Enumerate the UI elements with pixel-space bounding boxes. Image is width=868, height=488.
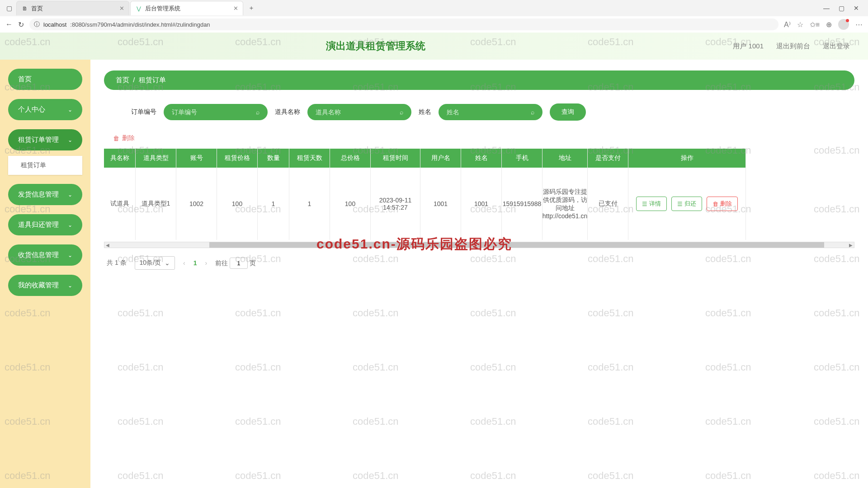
sidebar-subitem-rental-order[interactable]: 租赁订单 (8, 156, 82, 175)
logout-link[interactable]: 退出登录 (823, 42, 850, 51)
td-addr: 源码乐园专注提供优质源码，访问地址http://code51.cn (542, 168, 588, 240)
app-title: 演出道具租赁管理系统 (18, 39, 733, 53)
page-jump-input[interactable] (230, 258, 248, 269)
url-path: :8080/ssm790m4/admin/dist/index.html#/zu… (70, 21, 210, 28)
scroll-right-icon[interactable]: ▶ (848, 242, 854, 248)
tab-overview-icon[interactable]: ▢ (2, 1, 16, 15)
th-phone: 手机 (502, 149, 542, 168)
return-button[interactable]: ☰归还 (671, 197, 702, 211)
tab-home[interactable]: 🗎 首页 ✕ (16, 1, 129, 15)
search-icon: ⌕ (400, 108, 403, 116)
td-actions: ☰详情 ☰归还 🗑删除 (628, 168, 746, 240)
page-size-select[interactable]: 10条/页 ⌄ (135, 256, 175, 270)
close-icon[interactable]: ✕ (119, 5, 124, 12)
tab-admin[interactable]: ⋁ 后台管理系统 ✕ (130, 1, 243, 15)
chevron-down-icon: ⌄ (68, 252, 72, 258)
search-input-name[interactable] (447, 108, 531, 116)
sidebar-item-favorites[interactable]: 我的收藏管理 ⌄ (8, 275, 82, 296)
chevron-down-icon: ⌄ (68, 282, 72, 289)
search-label-name: 姓名 (419, 108, 431, 116)
search-input-propname-wrap: ⌕ (307, 104, 411, 120)
detail-icon: ☰ (642, 201, 647, 207)
read-aloud-icon[interactable]: A⁾ (784, 20, 791, 29)
next-page-icon[interactable]: › (205, 259, 208, 267)
sidebar-item-profile[interactable]: 个人中心 ⌄ (8, 99, 82, 120)
content: 首页 / 租赁订单 订单编号 ⌕ 道具名称 ⌕ 姓名 ⌕ 查询 (90, 60, 868, 488)
search-button[interactable]: 查询 (550, 103, 586, 121)
scroll-left-icon[interactable]: ◀ (104, 242, 111, 248)
toolbar: 🗑 删除 (104, 134, 854, 149)
th-price: 租赁价格 (217, 149, 258, 168)
td-price: 100 (217, 168, 258, 240)
profile-icon[interactable] (838, 19, 849, 30)
tab-label: 后台管理系统 (145, 5, 180, 13)
url-input[interactable]: ⓘ localhost:8080/ssm790m4/admin/dist/ind… (29, 19, 778, 30)
sidebar-item-label: 个人中心 (18, 105, 45, 114)
td-account: 1002 (176, 168, 217, 240)
pager-total: 共 1 条 (107, 259, 127, 267)
search-row: 订单编号 ⌕ 道具名称 ⌕ 姓名 ⌕ 查询 (104, 99, 854, 125)
more-icon[interactable]: ⋯ (855, 20, 863, 29)
breadcrumb-sep: / (133, 76, 135, 84)
horizontal-scrollbar[interactable]: ◀ ▶ (104, 242, 854, 248)
search-input-orderno[interactable] (172, 108, 256, 116)
td-time: 2023-09-11 14:57:27 (371, 168, 420, 240)
scrollbar-thumb[interactable] (209, 242, 824, 248)
sidebar-item-label: 发货信息管理 (18, 190, 59, 199)
trash-icon: 🗑 (113, 135, 119, 142)
tab-label: 首页 (31, 5, 43, 13)
td-qty: 1 (258, 168, 289, 240)
sidebar-item-label: 收货信息管理 (18, 251, 59, 259)
detail-button[interactable]: ☰详情 (636, 197, 667, 211)
back-icon[interactable]: ← (5, 20, 13, 28)
goto-front-link[interactable]: 退出到前台 (776, 42, 810, 51)
user-label: 用户 1001 (733, 42, 764, 51)
reload-icon[interactable]: ↻ (18, 20, 24, 29)
th-paid: 是否支付 (588, 149, 628, 168)
page-number[interactable]: 1 (193, 259, 197, 267)
minimize-icon[interactable]: — (823, 5, 830, 12)
close-icon[interactable]: ✕ (233, 5, 238, 12)
th-time: 租赁时间 (371, 149, 420, 168)
sidebar-item-label: 租赁订单管理 (18, 136, 59, 144)
favorite-icon[interactable]: ☆ (797, 20, 803, 29)
search-input-orderno-wrap: ⌕ (164, 104, 268, 120)
sidebar-item-home[interactable]: 首页 (8, 69, 82, 90)
td-total: 100 (330, 168, 371, 240)
sidebar: 首页 个人中心 ⌄ 租赁订单管理 ⌄ 租赁订单 发货信息管理 ⌄ 道具归还管理 … (0, 60, 90, 488)
pagination: 共 1 条 10条/页 ⌄ ‹ 1 › 前往 页 (104, 248, 854, 278)
th-actions: 操作 (628, 149, 746, 168)
td-type: 道具类型1 (136, 168, 176, 240)
chevron-down-icon: ⌄ (68, 107, 72, 113)
search-input-propname[interactable] (316, 108, 400, 116)
sidebar-item-shipping[interactable]: 发货信息管理 ⌄ (8, 184, 82, 205)
bulk-delete-label: 删除 (122, 134, 135, 142)
breadcrumb-home[interactable]: 首页 (116, 76, 129, 84)
table-row: 试道具 道具类型1 1002 100 1 1 100 2023-09-11 14… (104, 168, 854, 240)
td-name: 试道具 (104, 168, 136, 240)
th-days: 租赁天数 (289, 149, 330, 168)
collections-icon[interactable]: ⊕ (826, 20, 832, 29)
main: 首页 个人中心 ⌄ 租赁订单管理 ⌄ 租赁订单 发货信息管理 ⌄ 道具归还管理 … (0, 60, 868, 488)
row-delete-button[interactable]: 🗑删除 (707, 197, 738, 211)
chevron-down-icon: ⌄ (68, 137, 72, 143)
new-tab-icon[interactable]: ＋ (244, 1, 259, 15)
breadcrumb: 首页 / 租赁订单 (104, 70, 854, 90)
chevron-down-icon: ⌄ (68, 222, 72, 228)
td-paid: 已支付 (588, 168, 628, 240)
breadcrumb-current: 租赁订单 (139, 76, 166, 84)
trash-icon: 🗑 (712, 201, 718, 207)
search-input-name-wrap: ⌕ (439, 104, 542, 120)
return-icon: ☰ (677, 201, 683, 207)
favorites-bar-icon[interactable]: ✩≡ (810, 20, 820, 29)
sidebar-item-rental-orders[interactable]: 租赁订单管理 ⌄ (8, 129, 82, 150)
sidebar-item-receive[interactable]: 收货信息管理 ⌄ (8, 244, 82, 266)
address-bar: ← ↻ ⓘ localhost:8080/ssm790m4/admin/dist… (0, 16, 868, 33)
page-jump: 前往 页 (215, 258, 256, 269)
chevron-down-icon: ⌄ (68, 192, 72, 198)
sidebar-item-return[interactable]: 道具归还管理 ⌄ (8, 214, 82, 235)
bulk-delete-button[interactable]: 🗑 删除 (113, 134, 135, 142)
maximize-icon[interactable]: ▢ (839, 5, 844, 12)
prev-page-icon[interactable]: ‹ (183, 259, 185, 267)
close-window-icon[interactable]: ✕ (854, 5, 859, 12)
